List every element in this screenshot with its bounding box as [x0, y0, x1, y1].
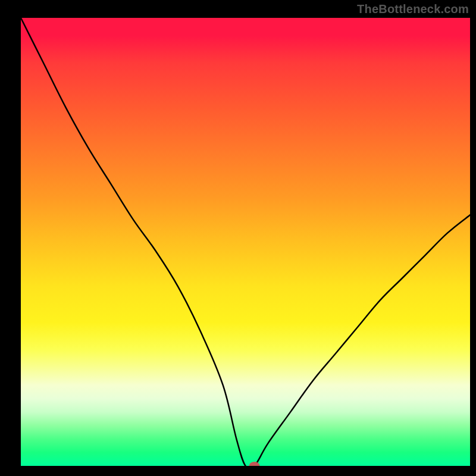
chart-frame: TheBottleneck.com — [0, 0, 476, 476]
marker-dot — [249, 462, 260, 466]
curve-line — [21, 18, 470, 466]
plot-area — [21, 18, 470, 466]
watermark-text: TheBottleneck.com — [357, 2, 469, 16]
chart-svg — [21, 18, 470, 466]
